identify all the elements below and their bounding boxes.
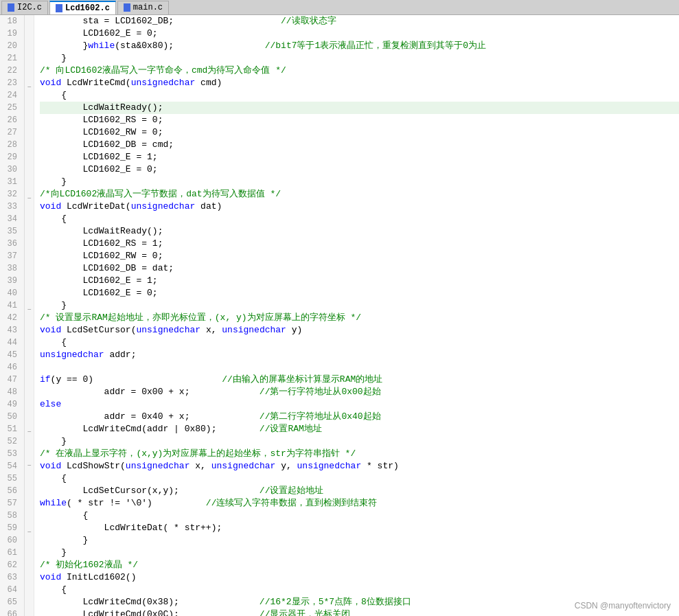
fold-marker (25, 327, 34, 338)
line-number: 21 (4, 52, 20, 65)
code-line: else (40, 398, 679, 411)
tab-bar: I2C.c Lcd1602.c main.c (0, 0, 679, 15)
line-number: 39 (4, 275, 20, 287)
tab-lcd1602[interactable]: Lcd1602.c (49, 1, 116, 14)
line-number: 50 (4, 411, 20, 423)
code-content[interactable]: sta = LCD1602_DB; //读取状态字 LCD1602_E = 0;… (34, 15, 679, 616)
fold-gutter: −−−−−− (25, 15, 34, 616)
line-number: 61 (4, 547, 20, 559)
fold-marker (25, 516, 34, 527)
fold-marker (25, 171, 34, 182)
tab-label-1: Lcd1602.c (65, 3, 110, 13)
fold-marker[interactable]: − (25, 527, 34, 538)
code-line: LCD1602_E = 0; (40, 163, 679, 176)
code-line: } (40, 299, 679, 312)
fold-marker (25, 549, 34, 560)
line-number: 27 (4, 126, 20, 139)
code-line: void LcdSetCursor(unsigned char x, unsig… (40, 324, 679, 336)
fold-marker (25, 282, 34, 293)
fold-marker (25, 182, 34, 193)
fold-marker (25, 260, 34, 271)
code-line: addr = 0x00 + x; //第一行字符地址从0x00起始 (40, 386, 679, 398)
line-number: 62 (4, 559, 20, 571)
code-line: LCD1602_E = 1; (40, 275, 679, 287)
line-number: 49 (4, 398, 20, 411)
line-number: 52 (4, 435, 20, 448)
fold-marker[interactable]: − (25, 427, 34, 438)
fold-marker (25, 383, 34, 393)
code-line: LcdWaitReady(); (40, 102, 679, 114)
file-icon-0 (8, 3, 14, 12)
line-number: 23 (4, 77, 20, 89)
code-line: /*向LCD1602液晶写入一字节数据，dat为待写入数据值 */ (40, 188, 679, 201)
tab-i2c[interactable]: I2C.c (1, 1, 48, 14)
fold-marker (25, 271, 34, 282)
line-number: 63 (4, 571, 20, 584)
tab-label-0: I2C.c (17, 3, 42, 12)
fold-marker (25, 249, 34, 260)
fold-marker[interactable]: − (25, 304, 34, 315)
fold-marker (25, 37, 34, 48)
line-number: 37 (4, 250, 20, 262)
code-line: } (40, 52, 679, 65)
code-line: void LcdWriteDat(unsigned char dat) (40, 201, 679, 213)
code-line: LcdWriteCmd(addr | 0x80); //设置RAM地址 (40, 423, 679, 435)
fold-marker (25, 71, 34, 82)
code-line (40, 361, 679, 374)
code-line: } (40, 534, 679, 547)
code-line: LCD1602_E = 0; (40, 27, 679, 40)
fold-marker (25, 494, 34, 505)
line-number: 26 (4, 114, 20, 126)
line-number: 28 (4, 139, 20, 151)
fold-marker (25, 115, 34, 126)
fold-marker (25, 238, 34, 249)
line-number: 43 (4, 324, 20, 336)
line-number: 46 (4, 361, 20, 374)
fold-marker[interactable]: − (25, 460, 34, 471)
fold-marker (25, 594, 34, 605)
code-line: while( * str != '\0') //连续写入字符串数据，直到检测到结… (40, 497, 679, 510)
fold-marker (25, 582, 34, 593)
code-line: { (40, 336, 679, 349)
line-number: 33 (4, 201, 20, 213)
code-line: LCD1602_RW = 0; (40, 250, 679, 262)
code-line: { (40, 213, 679, 225)
fold-marker (25, 227, 34, 238)
fold-marker (25, 349, 34, 360)
fold-marker (25, 60, 34, 71)
line-number: 31 (4, 176, 20, 188)
code-line: /* 初始化1602液晶 */ (40, 559, 679, 571)
line-number: 32 (4, 188, 20, 201)
line-number: 20 (4, 40, 20, 52)
fold-marker (25, 483, 34, 494)
fold-marker (25, 137, 34, 148)
code-line: LCD1602_DB = cmd; (40, 139, 679, 151)
fold-marker (25, 605, 34, 616)
line-number: 66 (4, 608, 20, 616)
code-line: void LcdWriteCmd(unsigned char cmd) (40, 77, 679, 89)
fold-marker (25, 360, 34, 371)
line-number: 36 (4, 238, 20, 250)
code-line: LcdWriteDat( * str++); (40, 522, 679, 534)
line-number: 53 (4, 448, 20, 460)
fold-marker (25, 49, 34, 60)
line-number: 25 (4, 102, 20, 114)
code-line: }while(sta&0x80); //bit7等于1表示液晶正忙，重复检测直到… (40, 40, 679, 52)
line-number: 64 (4, 584, 20, 596)
code-line: LCD1602_E = 1; (40, 151, 679, 163)
code-line: LCD1602_RW = 0; (40, 126, 679, 139)
fold-marker[interactable]: − (25, 193, 34, 204)
line-number: 40 (4, 287, 20, 299)
code-line: LCD1602_E = 0; (40, 287, 679, 299)
code-area: 1819202122232425262728293031323334353637… (0, 15, 679, 616)
line-number: 34 (4, 213, 20, 225)
tab-main[interactable]: main.c (117, 1, 169, 14)
line-number: 65 (4, 596, 20, 608)
code-line: LCD1602_DB = dat; (40, 262, 679, 275)
line-number: 44 (4, 336, 20, 349)
code-line: LcdWaitReady(); (40, 225, 679, 238)
watermark: CSDN @manyoftenvictory (575, 601, 671, 611)
code-line: } (40, 547, 679, 559)
fold-marker[interactable]: − (25, 82, 34, 93)
fold-marker (25, 315, 34, 326)
